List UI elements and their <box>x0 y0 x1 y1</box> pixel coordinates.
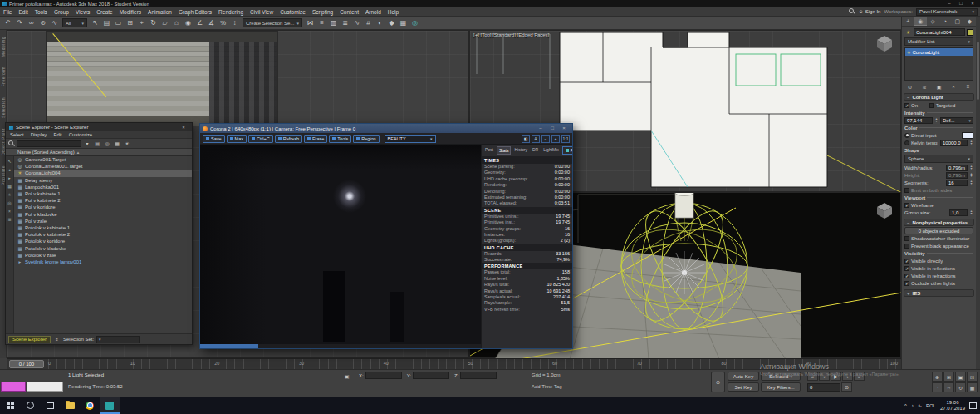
corona-tab-lightmix[interactable]: LightMix <box>541 146 561 155</box>
menu-edit[interactable]: Edit <box>15 7 31 17</box>
corona-light-rollout-header[interactable]: Corona Light <box>904 93 974 101</box>
scene-explorer-title-bar[interactable]: Scene Explorer - Scene Explorer × <box>6 123 192 131</box>
menu-customize[interactable]: Customize <box>277 7 309 17</box>
previous-frame-button[interactable]: ‹ <box>819 372 830 381</box>
file-explorer-icon[interactable] <box>60 397 80 414</box>
use-pivot-point-center-icon[interactable]: ◉ <box>183 17 194 28</box>
corona-region-button[interactable]: Region <box>353 135 379 143</box>
kelvin-temp-input[interactable]: 10000,0 <box>940 140 968 146</box>
explorer-visibility-icon[interactable]: ● <box>7 166 12 172</box>
targeted-checkbox[interactable] <box>929 103 934 108</box>
modifier-list-dropdown[interactable]: Modifier List <box>904 37 973 46</box>
scene-item-lampochka001[interactable]: ▦ Lampochka001 <box>14 184 192 190</box>
gizmo-size-input[interactable]: 1,0 <box>949 209 968 216</box>
selection-lock-icon[interactable]: ▣ <box>342 372 351 381</box>
key-mode-toggle-icon[interactable]: ⊙ <box>841 382 852 392</box>
key-filters-button[interactable]: Key Filters... <box>761 382 801 392</box>
menu-create[interactable]: Create <box>93 7 116 17</box>
explorer-expand-icon[interactable]: ▸ <box>7 175 12 180</box>
zoom-extents-icon[interactable]: ▣ <box>955 372 966 382</box>
menu-file[interactable]: File <box>0 7 15 17</box>
play-animation-button[interactable]: ▶ <box>831 372 841 381</box>
create-tab[interactable]: + <box>902 17 914 26</box>
scene-item-pol-v-zale[interactable]: ▦ Pol v zale <box>14 218 192 224</box>
explorer-settings-icon[interactable]: ≡ <box>53 336 61 343</box>
corona-refresh-button[interactable]: Refresh <box>275 135 302 143</box>
next-frame-button[interactable]: › <box>842 372 853 381</box>
current-frame-field[interactable]: 0 <box>807 383 840 392</box>
browser-icon[interactable] <box>80 397 100 414</box>
viewcube[interactable] <box>875 34 894 53</box>
menu-help[interactable]: Help <box>385 7 402 17</box>
render-element-dropdown[interactable]: BEAUTY <box>385 135 436 143</box>
corona-tab-post[interactable]: Post <box>483 146 495 155</box>
close-button[interactable]: × <box>967 0 978 7</box>
corona-tab-dr[interactable]: DR <box>531 146 540 155</box>
menu-scripting[interactable]: Scripting <box>309 7 336 17</box>
render-production-icon[interactable]: ◎ <box>409 17 420 28</box>
corona-zoom-out-icon[interactable]: − <box>541 135 550 143</box>
corona-save-button[interactable]: Save <box>203 135 225 143</box>
visible-directly-checkbox[interactable]: Visible directly <box>904 257 973 264</box>
percent-snap-toggle-icon[interactable]: % <box>218 17 228 28</box>
bind-to-space-warp-icon[interactable]: ∿ <box>49 17 60 28</box>
select-and-link-icon[interactable]: ∞ <box>26 17 37 28</box>
task-view-button[interactable] <box>40 397 60 414</box>
display-influences-icon[interactable]: ▤ <box>93 140 101 148</box>
intensity-input[interactable]: 97,144 <box>904 117 933 124</box>
select-and-place-icon[interactable]: ⌂ <box>171 17 182 28</box>
z-coordinate-field[interactable] <box>460 372 497 379</box>
selection-filter-dropdown[interactable]: All <box>62 18 87 27</box>
tray-expand-icon[interactable]: ^ <box>904 403 907 408</box>
align-icon[interactable]: ≡ <box>316 17 327 28</box>
scene-item-camera001-target[interactable]: ◎ Camera001.Target <box>14 156 192 163</box>
material-editor-icon[interactable]: ◐ <box>375 17 385 28</box>
make-unique-icon[interactable]: ▣ <box>935 83 943 91</box>
add-time-tag[interactable]: Add Time Tag <box>532 384 562 389</box>
render-setup-icon[interactable]: ◆ <box>386 17 397 28</box>
corona-tab-history[interactable]: History <box>512 146 529 155</box>
corona-max-button[interactable]: Max <box>227 135 247 143</box>
configure-modifier-sets-icon[interactable]: ≡ <box>964 83 972 91</box>
ribbon-tab-modeling[interactable]: Modeling <box>1 37 6 57</box>
window-crossing-toggle-icon[interactable]: ⊞ <box>125 17 135 28</box>
mirror-icon[interactable]: ⋈ <box>305 17 316 28</box>
shape-dropdown[interactable]: Sphere <box>904 155 973 163</box>
scene-item-pol-v-koridore[interactable]: ▦ Pol v koridore <box>14 204 192 210</box>
explorer-geometry-filter-icon[interactable]: ▦ <box>7 183 12 189</box>
explorer-menu-select[interactable]: Select <box>10 132 24 137</box>
corona-minimize-button[interactable]: – <box>535 125 546 132</box>
motion-tab[interactable]: ◔ <box>938 17 951 26</box>
menu-group[interactable]: Group <box>51 7 72 17</box>
remove-modifier-icon[interactable]: × <box>950 83 958 91</box>
language-indicator[interactable]: POL <box>926 403 936 408</box>
width-radius-input[interactable]: 0,796m <box>946 165 968 171</box>
curve-editor-icon[interactable]: ∿ <box>351 17 362 28</box>
kelvin-temp-radio[interactable] <box>904 140 909 145</box>
corona-horizontal-scrollbar[interactable] <box>200 344 481 348</box>
workspace-dropdown[interactable]: Pavel Karenchuk <box>916 8 978 16</box>
display-cameras-filter-icon[interactable]: ◎ <box>103 140 111 148</box>
corona-tab-stats[interactable]: Stats <box>497 146 511 155</box>
visible-in-refractions-checkbox[interactable]: Visible in refractions <box>904 272 973 279</box>
intensity-unit-dropdown[interactable]: Def... <box>940 117 973 124</box>
minimize-button[interactable]: – <box>943 0 955 7</box>
explorer-helper-filter-icon[interactable]: × <box>7 208 12 214</box>
display-geometry-filter-icon[interactable]: ▦ <box>113 140 121 148</box>
pan-view-icon[interactable]: ↔ <box>943 382 954 392</box>
select-object-icon[interactable]: ↖ <box>90 17 100 28</box>
modify-tab[interactable]: ◉ <box>914 17 927 26</box>
scene-item-potolok-v-zale[interactable]: ▦ Potolok v zale <box>14 252 192 259</box>
light-color-swatch[interactable] <box>962 132 973 139</box>
explorer-menu-edit[interactable]: Edit <box>53 132 61 137</box>
scene-item-svetilnik-krome-lampy001[interactable]: ▸ Svetilnik krome lampy001 <box>14 259 192 265</box>
zoom-extents-all-icon[interactable]: ⊡ <box>967 372 978 382</box>
go-to-start-button[interactable]: « <box>807 372 818 381</box>
zoom-all-icon[interactable]: ⊞ <box>943 372 954 382</box>
modifier-stack-entry[interactable]: ☀ CoronaLight <box>905 48 973 56</box>
angle-snap-toggle-icon[interactable]: ∡ <box>206 17 217 28</box>
search-icon[interactable] <box>849 8 855 15</box>
occlude-other-lights-checkbox[interactable]: Occlude other lights <box>904 279 973 287</box>
scene-item-potolok-v-kladovke[interactable]: ▦ Potolok v kladovke <box>14 244 192 251</box>
select-and-move-icon[interactable]: + <box>136 17 147 28</box>
